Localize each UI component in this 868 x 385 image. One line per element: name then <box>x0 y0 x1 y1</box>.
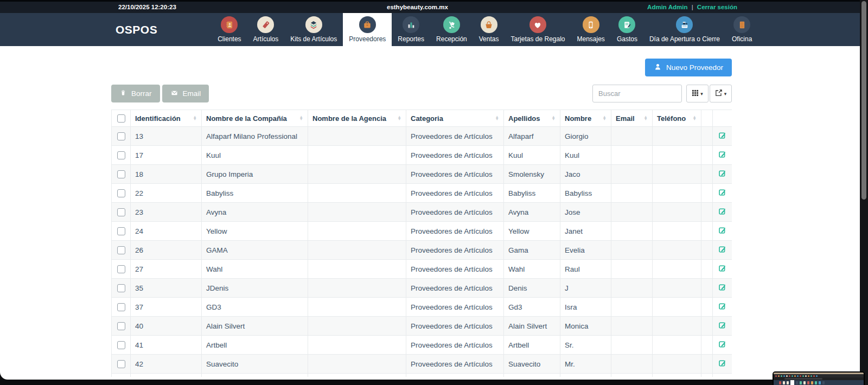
vertical-scrollbar[interactable] <box>860 0 868 385</box>
cell-category: Proveedores de Artículos <box>406 317 504 336</box>
edit-icon <box>718 169 726 177</box>
table-row[interactable]: 23AvynaProveedores de ArtículosAvynaJose <box>112 203 732 222</box>
edit-supplier-button[interactable] <box>713 146 732 165</box>
nav-item-dia-de-apertura-o-cierre[interactable]: Día de Apertura o Cierre <box>643 13 726 46</box>
table-row[interactable]: 27WahlProveedores de ArtículosWahlRaul <box>112 260 732 279</box>
nav-item-clientes[interactable]: Clientes <box>212 13 247 46</box>
edit-supplier-button[interactable] <box>713 298 732 317</box>
cell-agency <box>308 203 406 222</box>
row-checkbox[interactable] <box>117 151 125 159</box>
column-header-nombre-de-la-agencia[interactable]: Nombre de la Agencia▲▼ <box>308 110 406 127</box>
cell-category: Proveedores de Artículos <box>406 279 504 298</box>
nav-item-proveedores[interactable]: Proveedores <box>343 13 392 46</box>
nav-item-mensajes[interactable]: Mensajes <box>571 13 611 46</box>
cell-email <box>611 146 653 165</box>
row-checkbox[interactable] <box>117 208 125 216</box>
scrollbar-thumb[interactable] <box>861 1 866 200</box>
cell-agency <box>308 336 406 355</box>
nav-item-oficina[interactable]: Oficina <box>726 13 758 46</box>
search-input[interactable] <box>592 85 682 102</box>
edit-supplier-button[interactable] <box>713 165 732 184</box>
edit-supplier-button[interactable] <box>713 127 732 146</box>
columns-grid-icon <box>692 89 699 98</box>
edit-supplier-button[interactable] <box>713 241 732 260</box>
cell-agency <box>308 184 406 203</box>
table-row[interactable]: 26GAMAProveedores de ArtículosGamaEvelia <box>112 241 732 260</box>
logout-link[interactable]: Cerrar sesión <box>697 4 737 10</box>
row-checkbox[interactable] <box>117 322 125 330</box>
row-checkbox[interactable] <box>117 360 125 368</box>
nav-item-ventas[interactable]: Ventas <box>473 13 505 46</box>
clientes-icon <box>221 16 238 33</box>
cell-category: Proveedores de Artículos <box>406 222 504 241</box>
table-row[interactable]: 40Alain SilvertProveedores de ArtículosA… <box>112 317 732 336</box>
column-header-telefono[interactable]: Teléfono▲▼ <box>653 110 701 127</box>
kits-articulos-icon <box>305 16 322 33</box>
column-header-email[interactable]: Email▲▼ <box>611 110 653 127</box>
row-checkbox[interactable] <box>117 227 125 235</box>
row-checkbox[interactable] <box>117 246 125 254</box>
select-all-checkbox[interactable] <box>117 114 125 123</box>
cell-id: 27 <box>131 260 202 279</box>
row-checkbox[interactable] <box>117 265 125 273</box>
screen-preview-thumbnail <box>773 371 865 385</box>
columns-toggle-button[interactable]: ▾ <box>686 85 709 102</box>
nav-item-gastos[interactable]: Gastos <box>611 13 643 46</box>
edit-supplier-button[interactable] <box>713 355 732 374</box>
column-header-nombre-de-la-compania[interactable]: Nombre de la Compañía▲▼ <box>202 110 308 127</box>
edit-supplier-button[interactable] <box>713 260 732 279</box>
cell-first_name: Jose <box>560 203 611 222</box>
column-header-identificacion[interactable]: Identificación▲▼ <box>131 110 202 127</box>
table-row[interactable]: 17KuulProveedores de ArtículosKuulKuul <box>112 146 732 165</box>
cell-company: JDenis <box>202 279 308 298</box>
email-button[interactable]: Email <box>162 85 209 102</box>
cell-first_name: Raul <box>560 260 611 279</box>
table-row[interactable]: 35JDenisProveedores de ArtículosDenisJ <box>112 279 732 298</box>
export-button[interactable]: ▾ <box>710 85 732 102</box>
edit-supplier-button[interactable] <box>713 336 732 355</box>
table-row[interactable]: 13Alfaparf Milano ProfessionalProveedore… <box>112 127 732 146</box>
row-checkbox[interactable] <box>117 303 125 311</box>
cell-company: Suavecito <box>202 355 308 374</box>
edit-supplier-button[interactable] <box>713 184 732 203</box>
table-toolbar: Borrar Email ▾ <box>111 85 732 102</box>
table-row[interactable]: 41ArtbellProveedores de ArtículosArtbell… <box>112 336 732 355</box>
table-row[interactable]: 42SuavecitoProveedores de ArtículosSuave… <box>112 355 732 374</box>
cell-phone <box>653 355 701 374</box>
nav-item-articulos[interactable]: Artículos <box>247 13 285 46</box>
table-row[interactable]: 24YellowProveedores de ArtículosYellowJa… <box>112 222 732 241</box>
row-checkbox[interactable] <box>117 189 125 197</box>
cell-company: Babyliss <box>202 184 308 203</box>
row-checkbox[interactable] <box>117 132 125 140</box>
column-header-apellidos[interactable]: Apellidos▲▼ <box>504 110 560 127</box>
table-row[interactable]: 22BabylissProveedores de ArtículosBabyli… <box>112 184 732 203</box>
envelope-icon <box>170 89 178 99</box>
edit-supplier-button[interactable] <box>713 203 732 222</box>
nav-item-label: Día de Apertura o Cierre <box>649 35 720 43</box>
current-user-link[interactable]: Admin Admin <box>647 4 687 10</box>
nav-item-kits-de-articulos[interactable]: Kits de Artículos <box>284 13 343 46</box>
row-checkbox[interactable] <box>117 170 125 178</box>
nav-item-reportes[interactable]: Reportes <box>392 13 430 46</box>
table-row[interactable]: 18Grupo ImperiaProveedores de ArtículosS… <box>112 165 732 184</box>
cell-phone <box>653 184 701 203</box>
table-row[interactable]: 37GD3Proveedores de ArtículosGd3Isra <box>112 298 732 317</box>
new-supplier-label: Nuevo Proveedor <box>666 63 723 72</box>
nav-item-label: Proveedores <box>349 35 386 43</box>
column-header-categoria[interactable]: Categoria▲▼ <box>406 110 504 127</box>
edit-supplier-button[interactable] <box>713 317 732 336</box>
cell-last_name: Kuul <box>504 146 560 165</box>
nav-item-recepcion[interactable]: Recepción <box>430 13 473 46</box>
column-header-nombre[interactable]: Nombre▲▼ <box>560 110 611 127</box>
edit-supplier-button[interactable] <box>713 279 732 298</box>
sort-arrows-icon: ▲▼ <box>603 116 607 121</box>
delete-button[interactable]: Borrar <box>111 85 160 102</box>
edit-supplier-button[interactable] <box>713 222 732 241</box>
nav-item-tarjetas-de-regalo[interactable]: Tarjetas de Regalo <box>505 13 571 46</box>
cell-category: Proveedores de Artículos <box>406 127 504 146</box>
row-checkbox[interactable] <box>117 284 125 292</box>
new-supplier-button[interactable]: Nuevo Proveedor <box>645 59 732 76</box>
row-checkbox[interactable] <box>117 341 125 349</box>
apertura-cierre-icon <box>676 16 693 33</box>
cell-first_name: Kuul <box>560 146 611 165</box>
